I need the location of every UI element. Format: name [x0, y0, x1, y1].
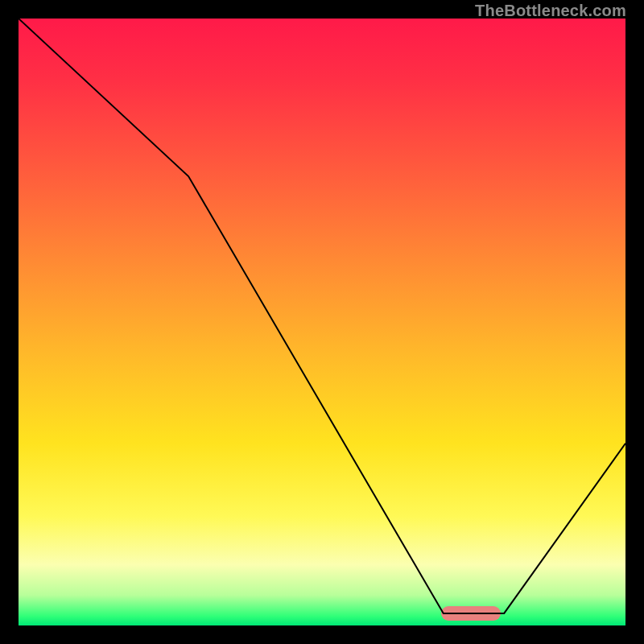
chart-frame: TheBottleneck.com	[0, 0, 644, 644]
svg-rect-0	[19, 19, 625, 625]
watermark-text: TheBottleneck.com	[475, 2, 626, 20]
heat-gradient	[19, 19, 625, 625]
plot-area	[19, 19, 625, 625]
optimal-marker	[441, 606, 501, 621]
